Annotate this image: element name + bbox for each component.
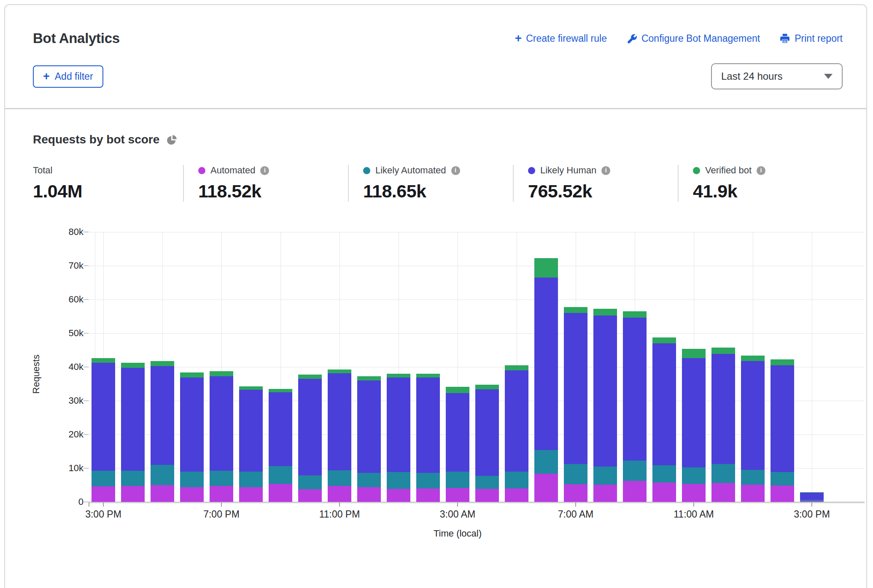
time-range-select[interactable]: Last 24 hours	[711, 63, 843, 89]
bar[interactable]	[771, 359, 794, 502]
bar-segment-likely-automated[interactable]	[741, 470, 765, 485]
bar-segment-verified-bot[interactable]	[682, 349, 706, 358]
bar-segment-automated[interactable]	[387, 489, 410, 502]
bar-segment-likely-human[interactable]	[593, 316, 617, 467]
bar-segment-likely-automated[interactable]	[505, 472, 528, 488]
bar-segment-likely-human[interactable]	[652, 343, 676, 465]
bar-segment-likely-automated[interactable]	[446, 472, 469, 488]
bar[interactable]	[711, 348, 735, 502]
bar[interactable]	[239, 386, 263, 502]
bar-segment-likely-automated[interactable]	[269, 466, 292, 484]
bar-segment-verified-bot[interactable]	[180, 372, 204, 378]
bar-segment-verified-bot[interactable]	[92, 358, 115, 362]
bar[interactable]	[446, 387, 469, 502]
bar-segment-verified-bot[interactable]	[328, 370, 351, 373]
bar-segment-verified-bot[interactable]	[593, 309, 617, 316]
bar-segment-automated[interactable]	[269, 484, 292, 502]
bar[interactable]	[741, 356, 765, 502]
bar-segment-likely-human[interactable]	[623, 318, 647, 461]
bar-segment-likely-human[interactable]	[534, 278, 558, 450]
bar-segment-automated[interactable]	[741, 485, 765, 502]
bar-segment-likely-human[interactable]	[180, 378, 204, 472]
bar[interactable]	[475, 385, 499, 502]
bar[interactable]	[121, 363, 145, 502]
bar[interactable]	[151, 361, 174, 502]
bar-segment-likely-automated[interactable]	[298, 475, 322, 490]
bar[interactable]	[92, 358, 115, 502]
bar-segment-automated[interactable]	[180, 487, 204, 502]
bar-segment-likely-automated[interactable]	[711, 464, 735, 483]
bar-segment-likely-human[interactable]	[357, 380, 381, 473]
bar-segment-likely-automated[interactable]	[652, 465, 676, 483]
bar-segment-likely-human[interactable]	[475, 389, 499, 476]
bar[interactable]	[593, 309, 617, 502]
bar-segment-likely-human[interactable]	[682, 358, 706, 467]
bar-segment-automated[interactable]	[564, 484, 587, 502]
bar-segment-likely-automated[interactable]	[328, 470, 351, 486]
bar-segment-verified-bot[interactable]	[210, 371, 233, 376]
bar-segment-likely-automated[interactable]	[682, 467, 706, 484]
bar[interactable]	[416, 374, 440, 502]
bar-segment-verified-bot[interactable]	[505, 365, 528, 370]
bar-segment-likely-automated[interactable]	[210, 471, 233, 486]
bar-segment-automated[interactable]	[151, 485, 174, 502]
bar-segment-verified-bot[interactable]	[387, 374, 410, 378]
bar-segment-likely-automated[interactable]	[180, 472, 204, 487]
bar[interactable]	[387, 374, 410, 502]
bar-segment-automated[interactable]	[446, 488, 469, 502]
bar[interactable]	[534, 258, 558, 502]
bar-segment-automated[interactable]	[652, 483, 676, 502]
bar-segment-likely-automated[interactable]	[357, 473, 381, 487]
bar-segment-verified-bot[interactable]	[269, 389, 292, 392]
bar-segment-likely-automated[interactable]	[387, 472, 410, 489]
info-icon[interactable]: i	[451, 166, 460, 175]
bar-segment-verified-bot[interactable]	[416, 374, 440, 378]
bar-segment-likely-automated[interactable]	[151, 465, 174, 485]
bar[interactable]	[682, 349, 706, 502]
create-firewall-rule-link[interactable]: + Create firewall rule	[515, 32, 607, 44]
bar-segment-likely-automated[interactable]	[416, 473, 440, 488]
bar-segment-automated[interactable]	[328, 486, 351, 502]
bar[interactable]	[357, 376, 381, 502]
bar-segment-likely-human[interactable]	[269, 392, 292, 466]
bar-segment-verified-bot[interactable]	[239, 386, 263, 390]
bar-segment-likely-human[interactable]	[239, 390, 263, 472]
bar-segment-automated[interactable]	[623, 481, 647, 502]
bar[interactable]	[180, 372, 204, 502]
bar-segment-likely-automated[interactable]	[623, 461, 647, 480]
bar-segment-verified-bot[interactable]	[741, 356, 765, 361]
bar-segment-automated[interactable]	[416, 488, 440, 502]
bar[interactable]	[298, 375, 322, 502]
bar-segment-likely-automated[interactable]	[92, 471, 115, 486]
bar-segment-likely-automated[interactable]	[534, 450, 558, 474]
bar[interactable]	[564, 307, 587, 502]
bar[interactable]	[623, 311, 647, 502]
info-icon[interactable]: i	[601, 166, 610, 175]
bar-segment-likely-human[interactable]	[564, 313, 587, 464]
bar-segment-likely-human[interactable]	[741, 361, 765, 470]
bar-segment-likely-human[interactable]	[446, 393, 469, 472]
bar[interactable]	[269, 389, 292, 502]
print-report-link[interactable]: Print report	[779, 33, 843, 44]
bar-segment-verified-bot[interactable]	[652, 337, 676, 343]
bar-segment-likely-human[interactable]	[298, 379, 322, 475]
bar[interactable]	[505, 365, 528, 502]
bar[interactable]	[800, 492, 824, 502]
bar-segment-likely-automated[interactable]	[121, 471, 145, 486]
bar-segment-verified-bot[interactable]	[711, 348, 735, 353]
add-filter-button[interactable]: + Add filter	[33, 65, 103, 88]
bar-segment-automated[interactable]	[800, 501, 824, 502]
configure-bot-management-link[interactable]: Configure Bot Management	[626, 33, 760, 44]
bar-segment-automated[interactable]	[239, 487, 263, 502]
bar-segment-verified-bot[interactable]	[298, 375, 322, 379]
bar-segment-verified-bot[interactable]	[534, 258, 558, 278]
bar-segment-likely-automated[interactable]	[771, 472, 794, 486]
info-icon[interactable]: i	[757, 166, 765, 175]
bar-segment-verified-bot[interactable]	[623, 311, 647, 318]
bar-segment-automated[interactable]	[475, 489, 499, 502]
bar-segment-likely-human[interactable]	[711, 354, 735, 464]
bar-segment-automated[interactable]	[711, 483, 735, 502]
bar-segment-likely-automated[interactable]	[239, 472, 263, 487]
info-icon[interactable]: i	[260, 166, 269, 175]
bar-segment-likely-human[interactable]	[121, 368, 145, 471]
